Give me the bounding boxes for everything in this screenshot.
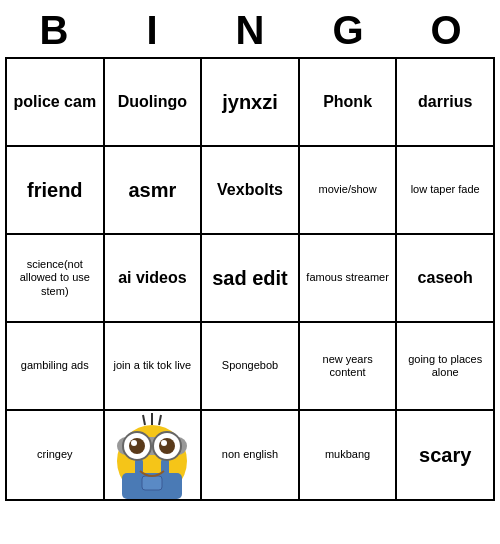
cell-text-r0-c0: police cam: [13, 92, 96, 111]
svg-point-10: [131, 440, 137, 446]
cell-r0-c0: police cam: [7, 59, 105, 147]
letter-o: O: [401, 8, 491, 53]
cell-r4-c1: [105, 411, 203, 501]
cell-r0-c3: Phonk: [300, 59, 398, 147]
cell-r3-c0: gambiling ads: [7, 323, 105, 411]
cell-text-r0-c1: Duolingo: [118, 92, 187, 111]
cell-text-r0-c3: Phonk: [323, 92, 372, 111]
cell-r2-c0: science(not allowed to use stem): [7, 235, 105, 323]
cell-text-r2-c3: famous streamer: [306, 271, 389, 284]
cell-r4-c3: mukbang: [300, 411, 398, 501]
cell-r0-c2: jynxzi: [202, 59, 300, 147]
svg-point-9: [159, 438, 175, 454]
cell-r3-c4: going to places alone: [397, 323, 495, 411]
cell-r4-c2: non english: [202, 411, 300, 501]
cell-text-r1-c3: movie/show: [319, 183, 377, 196]
cell-text-r3-c0: gambiling ads: [21, 359, 89, 372]
svg-rect-2: [135, 459, 143, 479]
cell-text-r4-c2: non english: [222, 448, 278, 461]
letter-i: I: [107, 8, 197, 53]
letter-b: B: [9, 8, 99, 53]
cell-text-r3-c4: going to places alone: [401, 353, 489, 379]
cell-text-r2-c0: science(not allowed to use stem): [11, 258, 99, 298]
bingo-container: B I N G O police camDuolingojynxziPhonkd…: [5, 4, 495, 501]
svg-point-8: [129, 438, 145, 454]
cell-r2-c2: sad edit: [202, 235, 300, 323]
cell-r1-c2: Vexbolts: [202, 147, 300, 235]
cell-text-r4-c4: scary: [419, 443, 471, 467]
svg-rect-4: [142, 476, 162, 490]
cell-r1-c0: friend: [7, 147, 105, 235]
svg-rect-3: [161, 459, 169, 479]
cell-text-r2-c4: caseoh: [418, 268, 473, 287]
cell-r0-c4: darrius: [397, 59, 495, 147]
letter-n: N: [205, 8, 295, 53]
cell-r1-c3: movie/show: [300, 147, 398, 235]
bingo-grid: police camDuolingojynxziPhonkdarriusfrie…: [5, 57, 495, 501]
cell-r1-c4: low taper fade: [397, 147, 495, 235]
cell-r2-c4: caseoh: [397, 235, 495, 323]
cell-text-r2-c1: ai videos: [118, 268, 186, 287]
svg-line-14: [159, 415, 161, 425]
cell-r2-c1: ai videos: [105, 235, 203, 323]
svg-line-12: [143, 415, 145, 425]
cell-text-r0-c2: jynxzi: [222, 90, 278, 114]
cell-text-r3-c3: new years content: [304, 353, 392, 379]
cell-text-r3-c1: join a tik tok live: [114, 359, 192, 372]
cell-text-r3-c2: Spongebob: [222, 359, 278, 372]
cell-r4-c0: cringey: [7, 411, 105, 501]
cell-text-r1-c4: low taper fade: [411, 183, 480, 196]
cell-r0-c1: Duolingo: [105, 59, 203, 147]
cell-r2-c3: famous streamer: [300, 235, 398, 323]
cell-text-r1-c1: asmr: [128, 178, 176, 202]
cell-text-r4-c3: mukbang: [325, 448, 370, 461]
cell-text-r1-c0: friend: [27, 178, 83, 202]
svg-point-11: [161, 440, 167, 446]
cell-r3-c1: join a tik tok live: [105, 323, 203, 411]
cell-r4-c4: scary: [397, 411, 495, 501]
bingo-title: B I N G O: [5, 4, 495, 57]
cell-r3-c2: Spongebob: [202, 323, 300, 411]
cell-text-r2-c2: sad edit: [212, 266, 288, 290]
cell-text-r1-c2: Vexbolts: [217, 180, 283, 199]
cell-text-r0-c4: darrius: [418, 92, 472, 111]
cell-r3-c3: new years content: [300, 323, 398, 411]
cell-text-r4-c0: cringey: [37, 448, 72, 461]
letter-g: G: [303, 8, 393, 53]
cell-r1-c1: asmr: [105, 147, 203, 235]
